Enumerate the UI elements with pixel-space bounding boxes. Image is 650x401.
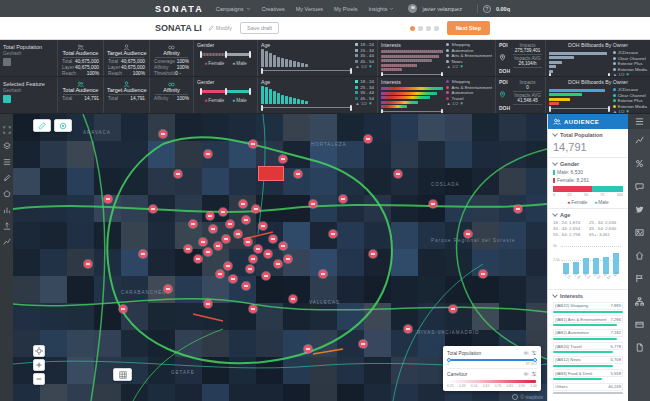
billboard-marker[interactable] xyxy=(514,205,522,213)
slider-handle-left[interactable] xyxy=(200,88,202,95)
billboard-marker[interactable] xyxy=(309,200,317,208)
age-range-slider[interactable] xyxy=(261,70,352,71)
slider-handle-right[interactable] xyxy=(608,106,610,112)
billboard-marker[interactable] xyxy=(84,260,92,268)
gender-range-slider[interactable] xyxy=(201,53,250,56)
billboard-marker[interactable] xyxy=(209,225,217,233)
billboard-marker[interactable] xyxy=(394,170,402,178)
billboard-marker[interactable] xyxy=(219,208,227,216)
billboard-marker[interactable] xyxy=(246,265,254,273)
billboard-marker[interactable] xyxy=(214,242,222,250)
age-range-slider[interactable] xyxy=(261,107,352,108)
billboard-marker[interactable] xyxy=(149,205,157,213)
interest-item[interactable]: Others40,249 xyxy=(553,383,623,394)
billboard-marker[interactable] xyxy=(369,250,377,258)
wizard-step-dots[interactable] xyxy=(410,26,439,31)
billboard-marker[interactable] xyxy=(252,205,260,213)
billboard-marker[interactable] xyxy=(239,200,247,208)
geolocate-button[interactable] xyxy=(33,345,45,357)
billboard-marker[interactable] xyxy=(284,255,292,263)
billboard-marker[interactable] xyxy=(479,270,487,278)
legend-pager[interactable]: ▲ 1/2 ▼ xyxy=(613,72,647,76)
billboard-marker[interactable] xyxy=(189,220,197,228)
nav-my-pixels[interactable]: My Pixels xyxy=(334,6,358,12)
slider-handle-left[interactable] xyxy=(381,109,383,114)
slider-handle-right[interactable] xyxy=(249,88,251,95)
user-avatar[interactable] xyxy=(408,4,417,13)
affinity-gradient-bar[interactable] xyxy=(448,380,536,383)
billboard-marker[interactable] xyxy=(199,238,207,246)
strip-sitemap-button[interactable] xyxy=(628,290,650,313)
billboard-marker[interactable] xyxy=(159,130,167,138)
age-header[interactable]: Age xyxy=(553,212,623,218)
billboard-marker[interactable] xyxy=(204,150,212,158)
nav-campaigns[interactable]: Campaigns xyxy=(216,6,251,12)
next-step-button[interactable]: Next Step xyxy=(447,21,490,35)
slider-handle-left[interactable] xyxy=(200,51,202,58)
billboard-marker[interactable] xyxy=(359,340,367,348)
strip-home-button[interactable] xyxy=(628,244,650,267)
interests-range-slider[interactable] xyxy=(381,74,443,75)
nav-insights[interactable]: Insights xyxy=(368,6,394,12)
billboard-marker[interactable] xyxy=(204,248,212,256)
audience-panel-header[interactable]: AUDIENCE xyxy=(548,114,628,129)
legend-pager[interactable]: ▲ 1/2 ▼ xyxy=(355,101,374,107)
pencil-icon[interactable] xyxy=(3,168,11,177)
strip-flag-button[interactable] xyxy=(628,267,650,290)
legend-pager[interactable]: ▲ 1/2 ▼ xyxy=(355,64,374,70)
map-canvas[interactable]: Total Population 1 37,917 Carrefour 0.25… xyxy=(13,114,547,401)
slider-handle-mid[interactable] xyxy=(225,88,227,95)
total-population-header[interactable]: Total Population xyxy=(553,132,623,138)
billboard-marker[interactable] xyxy=(104,195,112,203)
user-name[interactable]: javier velazquez xyxy=(422,6,461,12)
doh-range-slider[interactable] xyxy=(549,76,610,77)
strip-file-button[interactable] xyxy=(628,336,650,359)
billboard-marker[interactable] xyxy=(364,135,372,143)
billboard-marker[interactable] xyxy=(249,305,257,313)
strip-gallery-button[interactable] xyxy=(628,221,650,244)
billboard-marker[interactable] xyxy=(224,262,232,270)
billboard-marker[interactable] xyxy=(339,195,347,203)
strip-card-button[interactable] xyxy=(628,313,650,336)
billboard-marker[interactable] xyxy=(254,245,262,253)
interest-item[interactable]: (IAB20) Travel6,778 xyxy=(553,342,623,353)
strip-percent-button[interactable] xyxy=(628,152,650,175)
billboard-marker[interactable] xyxy=(294,170,302,178)
billboard-marker[interactable] xyxy=(222,235,230,243)
billboard-marker[interactable] xyxy=(404,325,412,333)
help-icon[interactable]: ? xyxy=(483,5,491,13)
strip-chat-button[interactable] xyxy=(628,175,650,198)
interest-item[interactable]: (IAB12) News6,708 xyxy=(553,356,623,367)
gender-range-slider[interactable] xyxy=(201,90,250,93)
eye-icon[interactable] xyxy=(523,371,529,377)
billboard-marker[interactable] xyxy=(229,275,237,283)
interest-item[interactable]: (IAB8) Food & Drink5,558 xyxy=(553,369,623,380)
interests-header[interactable]: Interests xyxy=(553,293,623,299)
legend-pager[interactable]: ▲ 1/2 ▼ xyxy=(446,101,492,107)
slider-handle-right[interactable] xyxy=(441,109,443,114)
slider-handle-left[interactable] xyxy=(261,105,263,111)
layers-icon[interactable] xyxy=(3,136,11,145)
gender-header[interactable]: Gender xyxy=(553,161,623,167)
menu-icon[interactable] xyxy=(3,152,11,161)
billboard-marker[interactable] xyxy=(274,260,282,268)
billboard-marker[interactable] xyxy=(249,255,257,263)
interest-item[interactable]: (IAB2) Automotive7,182 xyxy=(553,329,623,340)
doh-range-slider[interactable] xyxy=(549,108,610,109)
modify-button[interactable]: Modify xyxy=(208,25,232,31)
slider-handle-right[interactable] xyxy=(350,105,352,111)
strip-menu-button[interactable] xyxy=(628,114,650,129)
sliders-icon[interactable] xyxy=(531,350,537,356)
billboard-marker[interactable] xyxy=(289,295,297,303)
nav-creatives[interactable]: Creatives xyxy=(262,6,285,12)
billboard-marker[interactable] xyxy=(429,200,437,208)
slider-handle-left[interactable] xyxy=(549,106,551,112)
billboard-marker[interactable] xyxy=(449,305,457,313)
billboard-marker[interactable] xyxy=(259,222,267,230)
sliders-icon[interactable] xyxy=(531,371,537,377)
bars-icon[interactable] xyxy=(3,200,11,209)
polygon-icon[interactable] xyxy=(3,184,11,193)
billboard-marker[interactable] xyxy=(174,170,182,178)
interests-range-slider[interactable] xyxy=(381,111,443,112)
zoom-out-button[interactable] xyxy=(33,373,45,385)
